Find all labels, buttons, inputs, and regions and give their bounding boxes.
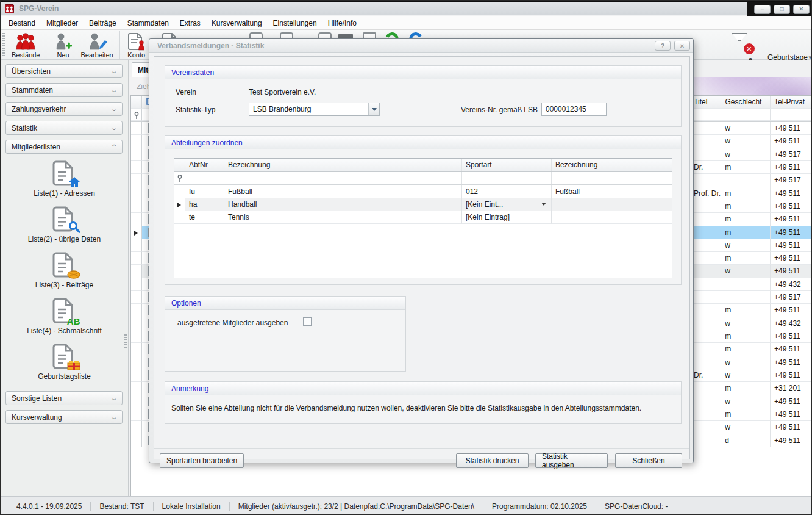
status-segment: Mitglieder (aktiv/ausgetr.): 23/2 | Date… bbox=[230, 502, 483, 511]
label-ausgetretene: ausgetretene Mitglieder ausgeben bbox=[177, 319, 288, 327]
cell-tel-privat: +49 511 bbox=[771, 187, 812, 200]
cell-geschlecht: m bbox=[721, 408, 771, 421]
statistik-drucken-button[interactable]: Statistik drucken bbox=[456, 453, 529, 468]
cell-tel-privat: +49 432 bbox=[771, 317, 812, 330]
toolbar-button-label: Konto bbox=[127, 51, 145, 59]
sidebar-list-item[interactable]: AB Liste(4) - Schmalschrift bbox=[1, 297, 128, 343]
sportarten-bearbeiten-button[interactable]: Sportarten bearbeiten bbox=[160, 453, 244, 468]
anmerkung-text: Sollten Sie eine Abteilung nicht für die… bbox=[171, 404, 677, 412]
sidebar-section-header[interactable]: Zahlungsverkehr ⌄ bbox=[5, 102, 123, 116]
dialog-help-button[interactable]: ? bbox=[655, 41, 671, 51]
sidebar-section-header[interactable]: Mitgliederlisten ⌃ bbox=[5, 140, 123, 154]
label-statistik-typ: Statistik-Typ bbox=[176, 106, 215, 114]
dialog-titlebar[interactable]: Verbandsmeldungen - Statistik ? ✕ bbox=[149, 39, 693, 53]
column-header-bezeichnung2[interactable]: Bezeichnung bbox=[552, 159, 672, 171]
sidebar-list-item[interactable]: AB Liste(3) - Beiträge bbox=[1, 251, 128, 297]
abteilungen-table: AbtNr Bezeichnung Sportart Bezeichnung bbox=[174, 158, 672, 278]
menu-item[interactable]: Beiträge bbox=[84, 17, 122, 29]
cell-titel bbox=[690, 304, 721, 317]
cell-tel-privat: +49 511 bbox=[771, 265, 812, 278]
minimize-button[interactable]: – bbox=[754, 5, 771, 14]
cell-bezeichnung: Handball bbox=[224, 198, 462, 211]
cell-sportart[interactable]: [Kein Eintrag] bbox=[462, 211, 552, 224]
cell-tel-privat: +49 511 bbox=[771, 434, 812, 447]
group-anmerkung: Anmerkung Sollten Sie eine Abteilung nic… bbox=[165, 381, 682, 424]
sidebar-section-header[interactable]: Stammdaten ⌄ bbox=[5, 83, 123, 97]
cell-titel bbox=[690, 317, 721, 330]
menu-item[interactable]: Hilfe/Info bbox=[322, 17, 362, 29]
toolbar-button-label: Bestände bbox=[12, 51, 40, 59]
status-segment: Programmdatum: 02.10.2025 bbox=[483, 502, 596, 511]
cell-geschlecht: d bbox=[721, 434, 771, 447]
column-header-bezeichnung[interactable]: Bezeichnung bbox=[224, 159, 462, 171]
toolbar-partial-icons bbox=[1, 30, 812, 39]
list-document-icon: AB bbox=[51, 160, 78, 188]
sidebar-section-label: Stammdaten bbox=[12, 86, 53, 95]
menu-item[interactable]: Kursverwaltung bbox=[206, 17, 268, 29]
menu-item[interactable]: Mitglieder bbox=[41, 17, 84, 29]
ausgetretene-checkbox[interactable] bbox=[303, 317, 312, 326]
sidebar-list-item[interactable]: AB Liste(2) - übrige Daten bbox=[1, 206, 128, 251]
cell-geschlecht: w bbox=[721, 148, 771, 161]
cell-tel-privat: +49 511 bbox=[771, 408, 812, 421]
column-header-tel-privat[interactable]: Tel-Privat bbox=[771, 96, 812, 109]
sidebar-list-item-label: Geburtstagsliste bbox=[38, 372, 91, 381]
cell-sportart[interactable]: [Kein Eint... bbox=[462, 198, 552, 211]
menu-item[interactable]: Einstellungen bbox=[268, 17, 322, 29]
column-header-abtnr[interactable]: AbtNr bbox=[185, 159, 224, 171]
sidebar-splitter-handle[interactable] bbox=[124, 334, 127, 348]
sidebar-list-item[interactable]: AB Liste(1) - Adressen bbox=[1, 160, 128, 206]
sidebar-section-header[interactable]: Statistik ⌄ bbox=[5, 121, 123, 135]
vereins-nr-input[interactable]: 0000012345 bbox=[541, 103, 607, 116]
cell-tel-privat: +49 511 bbox=[771, 252, 812, 265]
statistik-typ-dropdown[interactable]: LSB Brandenburg bbox=[249, 103, 380, 116]
chevron-icon: ⌄ bbox=[110, 395, 118, 402]
menu-item[interactable]: Extras bbox=[174, 17, 206, 29]
dialog-title: Verbandsmeldungen - Statistik bbox=[157, 41, 651, 50]
close-button[interactable]: ✕ bbox=[793, 5, 810, 14]
dropdown-button[interactable] bbox=[368, 103, 379, 115]
cell-titel bbox=[690, 421, 721, 434]
cell-geschlecht: m bbox=[721, 343, 771, 356]
chevron-icon: ⌄ bbox=[110, 124, 118, 131]
statistik-ausgeben-button[interactable]: Statistik ausgeben bbox=[535, 453, 608, 468]
cell-sportart[interactable]: 012 bbox=[462, 185, 552, 198]
group-optionen: Optionen ausgetretene Mitglieder ausgebe… bbox=[165, 296, 406, 372]
toolbar-button-label: Neu bbox=[57, 51, 69, 59]
cell-titel: Dr. bbox=[690, 369, 721, 382]
status-segment: 4.4.0.1 - 19.09.2025 bbox=[8, 502, 90, 511]
list-document-icon: AB bbox=[51, 251, 78, 279]
sidebar-list-item[interactable]: AB Geburtstagsliste bbox=[1, 343, 128, 389]
exit-red-icon[interactable]: ✕ bbox=[744, 43, 755, 54]
cell-titel: Dr. bbox=[690, 161, 721, 174]
column-header-geschlecht[interactable]: Geschlecht bbox=[721, 96, 771, 109]
cell-titel bbox=[690, 356, 721, 369]
schliessen-button[interactable]: Schließen bbox=[615, 453, 682, 468]
menu-item[interactable]: Stammdaten bbox=[122, 17, 174, 29]
filter-pin-icon bbox=[177, 175, 183, 184]
cell-titel bbox=[690, 122, 721, 135]
column-header-titel[interactable]: Titel bbox=[690, 96, 721, 109]
sidebar-section-header[interactable]: Kursverwaltung ⌄ bbox=[5, 410, 123, 424]
sidebar-section-header[interactable]: Sonstige Listen ⌄ bbox=[5, 391, 123, 405]
sidebar-section-header[interactable]: Übersichten ⌄ bbox=[5, 64, 123, 78]
cell-tel-privat: +49 511 bbox=[771, 343, 812, 356]
maximize-button[interactable]: □ bbox=[774, 5, 790, 14]
group-panel-decoration bbox=[691, 77, 812, 95]
abteilungen-filter-row[interactable] bbox=[174, 172, 672, 185]
window-titlebar: SPG-Verein – □ ✕ bbox=[1, 1, 812, 15]
abteilungen-rows: fu Fußball 012 Fußball ha Handball [Kein… bbox=[174, 185, 672, 224]
sidebar-section-label: Kursverwaltung bbox=[12, 413, 62, 422]
abteilung-row[interactable]: ha Handball [Kein Eint... bbox=[174, 198, 672, 211]
column-header-sportart[interactable]: Sportart bbox=[462, 159, 552, 171]
cell-geschlecht: w bbox=[721, 317, 771, 330]
group-header-vereinsdaten: Vereinsdaten bbox=[165, 66, 681, 79]
cell-geschlecht: m bbox=[721, 187, 771, 200]
cell-tel-privat: +49 511 bbox=[771, 135, 812, 148]
cell-sport-bezeichnung: Fußball bbox=[552, 185, 672, 198]
cell-geschlecht: w bbox=[721, 369, 771, 382]
dialog-close-button[interactable]: ✕ bbox=[674, 41, 690, 51]
abteilung-row[interactable]: fu Fußball 012 Fußball bbox=[174, 185, 672, 198]
menu-item[interactable]: Bestand bbox=[3, 17, 41, 29]
abteilung-row[interactable]: te Tennis [Kein Eintrag] bbox=[174, 211, 672, 224]
